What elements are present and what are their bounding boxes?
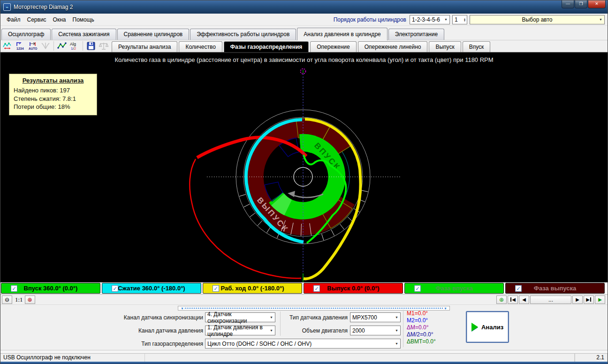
car-select[interactable]: Выбор авто ▼ xyxy=(470,15,605,24)
app-window: ⌁ Мотортестер Diamag 2 — ❐ ✕ Файл Сервис… xyxy=(0,0,608,364)
first-page-button[interactable]: ◀ xyxy=(508,296,518,304)
engine-volume-label: Объем двигателя xyxy=(282,327,348,334)
main-tab-strip: Осциллограф Система зажигания Сравнение … xyxy=(0,26,608,40)
chevron-down-icon: ▼ xyxy=(599,18,602,21)
tab-ignition-system[interactable]: Система зажигания xyxy=(52,29,116,40)
zoom-bar: ⊖ 1:1 ⊕ ⊕ ◀ ◀ ... ▶ ▶ ▶ xyxy=(0,294,608,304)
chevron-down-icon: ▼ xyxy=(395,316,398,319)
chevron-down-icon: ▼ xyxy=(270,329,273,332)
app-icon: ⌁ xyxy=(3,3,11,11)
subtab-valve-timing-phases[interactable]: Фазы газораспределения xyxy=(224,41,309,52)
save-button[interactable] xyxy=(85,40,97,51)
subtab-advance[interactable]: Опережение xyxy=(310,41,356,52)
close-button[interactable]: ✕ xyxy=(588,0,606,8)
checkbox-exhaust[interactable]: ✓ xyxy=(313,285,320,292)
firing-order-label: Порядок работы цилиндров xyxy=(334,16,406,23)
pressure-channel-select[interactable]: 1. Датчик давления в цилиндре▼ xyxy=(205,326,275,335)
tab-cylinder-efficiency[interactable]: Эффективность работы цилиндров xyxy=(190,29,296,40)
legend-item-power-stroke[interactable]: ✓ Раб. ход 0.0° (-180.0°) xyxy=(203,283,302,294)
chevron-down-icon: ▼ xyxy=(395,329,398,332)
valvetrain-type-label: Тип газораспределения xyxy=(96,341,203,347)
firing-order-select[interactable]: 1-2-3-4-5-6 ▼ xyxy=(410,15,450,24)
toolbar-separator xyxy=(53,41,54,51)
trackbar-left-thumb[interactable]: ▼ xyxy=(180,307,185,310)
prev-page-button[interactable]: ◀ xyxy=(519,296,529,304)
analyze-button[interactable]: Анализ xyxy=(466,311,509,343)
analysis-results-box: Результаты анализа Найдено пиков: 197 Ст… xyxy=(9,74,97,115)
markers-auto-button[interactable]: AUTO xyxy=(27,40,39,51)
peaks-disabled-button[interactable] xyxy=(39,40,52,51)
valvetrain-type-select[interactable]: Цикл Отто (DOHC / SOHC / OHC / OHV)▼ xyxy=(205,339,401,349)
algorithm-half-button[interactable]: Alg 1/2 xyxy=(68,40,81,51)
measure-m1: М1=0.0° xyxy=(407,310,436,317)
page-list-button[interactable]: ... xyxy=(530,296,571,304)
measure-m2: М2=0.0° xyxy=(407,317,436,324)
status-bar: USB Осциллограф не подключен 2.1 xyxy=(0,353,608,362)
compression-ratio-value: Степень сжатия: 7.8:1 xyxy=(14,95,92,103)
panel-divider xyxy=(280,311,281,336)
subtab-quantity[interactable]: Количество xyxy=(179,41,222,52)
zoom-ratio-label: 1:1 xyxy=(15,296,23,303)
peaks-disabled-icon xyxy=(40,41,51,51)
svg-text:Alg: Alg xyxy=(70,42,76,46)
menu-windows[interactable]: Окна xyxy=(50,15,69,24)
checkbox-intake[interactable]: ✓ xyxy=(11,285,17,292)
measure-delta-tdc: ΔВМТ=0.0° xyxy=(407,338,436,345)
next-page-button[interactable]: ▶ xyxy=(572,296,583,304)
spinner-arrows-icon[interactable]: ▲▼ xyxy=(464,18,467,22)
subtab-advance-linear[interactable]: Опережение линейно xyxy=(358,41,428,52)
menu-service[interactable]: Сервис xyxy=(24,15,50,24)
legend-item-intake[interactable]: ✓ Впуск 360.0° (0.0°) xyxy=(1,283,100,294)
checkbox-power-stroke[interactable]: ✓ xyxy=(213,285,219,292)
minimize-button[interactable]: — xyxy=(562,0,574,8)
legend-item-intake-phase[interactable]: ✓ Фаза впуска xyxy=(404,283,504,294)
subtab-analysis-results[interactable]: Результаты анализа xyxy=(112,41,177,52)
play-button[interactable]: ▶ xyxy=(595,296,605,304)
zoom-in-button[interactable]: ⊕ xyxy=(25,296,35,304)
legend-item-compression[interactable]: ✓ Сжатие 360.0° (-180.0°) xyxy=(102,283,201,294)
chevron-down-icon: ▼ xyxy=(395,342,398,345)
tab-cylinder-pressure-analysis[interactable]: Анализ давления в цилиндре xyxy=(297,28,387,40)
markers-1234-button[interactable]: 1234 xyxy=(14,40,26,51)
horizontal-scrollbar-strip[interactable] xyxy=(0,350,608,353)
svg-text:1234: 1234 xyxy=(16,47,24,50)
checkbox-intake-phase[interactable]: ✓ xyxy=(414,285,421,292)
last-page-button[interactable]: ▶ xyxy=(584,296,594,304)
subtab-strip: Результаты анализа Количество Фазы газор… xyxy=(112,40,492,52)
checkbox-exhaust-phase[interactable]: ✓ xyxy=(515,285,522,292)
tab-oscilloscope[interactable]: Осциллограф xyxy=(1,29,51,40)
zoom-in-right-button[interactable]: ⊕ xyxy=(496,296,507,304)
tab-power-supply[interactable]: Электропитание xyxy=(388,29,444,40)
status-version: 2.1 xyxy=(575,354,608,362)
chevron-down-icon: ▼ xyxy=(270,316,273,319)
toolbar-separator xyxy=(83,41,83,51)
subtab-exhaust[interactable]: Выпуск xyxy=(429,41,461,52)
chart-title: Количество газа в цилиндре (расстояние о… xyxy=(0,56,608,63)
restore-button[interactable]: ❐ xyxy=(575,0,587,8)
menu-file[interactable]: Файл xyxy=(3,15,24,24)
toolbar: 1234 AUTO xyxy=(0,40,112,52)
checkbox-compression[interactable]: ✓ xyxy=(112,285,118,292)
signal-settings-button[interactable] xyxy=(1,40,14,51)
pressure-channel-label: Канал датчика давления xyxy=(96,327,203,334)
svg-text:1/2: 1/2 xyxy=(71,46,76,51)
engine-volume-select[interactable]: 2000▼ xyxy=(350,326,401,335)
legend-item-exhaust[interactable]: ✓ Выпуск 0.0° (0.0°) xyxy=(304,283,403,294)
menu-help[interactable]: Помощь xyxy=(69,15,98,24)
legend-item-exhaust-phase[interactable]: ✓ Фаза выпуска xyxy=(505,283,605,294)
pressure-sensor-type-select[interactable]: MPX5700▼ xyxy=(350,312,401,322)
menu-bar: Файл Сервис Окна Помощь Порядок работы ц… xyxy=(0,14,608,26)
zoom-out-button[interactable]: ⊖ xyxy=(2,296,12,304)
balance-disabled-button[interactable] xyxy=(98,40,110,51)
linked-points-button[interactable] xyxy=(56,40,68,51)
measure-delta-m-half: ΔМ/2=0.0° xyxy=(407,331,436,338)
subtab-intake[interactable]: Впуск xyxy=(463,41,491,52)
sync-channel-select[interactable]: 4. Датчик синхронизации▼ xyxy=(205,312,275,322)
trackbar-track[interactable] xyxy=(185,308,443,309)
markers-1234-icon: 1234 xyxy=(15,41,26,51)
cylinder-spinner[interactable]: 1 ▲▼ xyxy=(452,15,467,24)
trackbar-right-thumb[interactable]: ▼ xyxy=(443,307,448,310)
polar-chart-area: ВПУСК ВЫПУСК Количество газа в цилиндре … xyxy=(0,52,608,282)
status-connection: USB Осциллограф не подключен xyxy=(0,354,145,362)
tab-cylinder-comparison[interactable]: Сравнение цилиндров xyxy=(117,29,190,40)
